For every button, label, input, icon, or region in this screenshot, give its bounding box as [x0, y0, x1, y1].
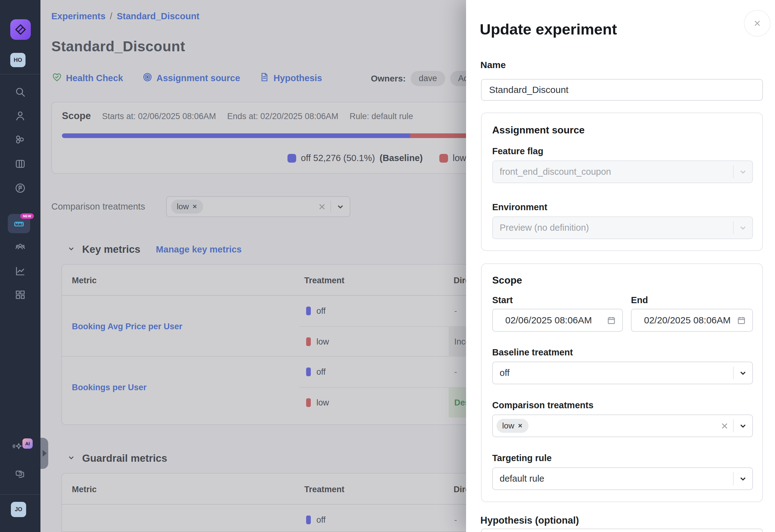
chevron-down-icon[interactable]	[734, 474, 752, 483]
drawer-title: Update experiment	[480, 21, 617, 38]
search-icon[interactable]	[15, 86, 26, 98]
start-date-input[interactable]: 02/06/2025 08:06AM	[492, 309, 623, 332]
col-treatment: Treatment	[304, 485, 344, 494]
assignment-source-heading: Assignment source	[492, 124, 585, 136]
targeting-rule-select[interactable]: default rule	[492, 467, 753, 490]
environment-value: Preview (no definition)	[500, 223, 589, 233]
document-icon	[259, 72, 269, 84]
chart-icon[interactable]	[15, 266, 26, 277]
sidebar-divider	[0, 494, 40, 495]
assignment-source-link[interactable]: Assignment source	[142, 72, 240, 84]
tag-remove-icon[interactable]	[518, 421, 523, 431]
start-date-value: 02/06/2025 08:06AM	[505, 315, 592, 326]
scope-title: Scope	[62, 110, 91, 122]
hypothesis-input[interactable]	[481, 529, 763, 532]
legend-swatch-low	[439, 154, 448, 163]
name-label: Name	[480, 60, 506, 70]
treatment-tag-label: low	[502, 421, 514, 431]
treatment-tag-low[interactable]: low	[171, 200, 203, 214]
end-label: End	[631, 295, 648, 305]
dashboard-icon[interactable]	[15, 289, 26, 300]
collapse-chevron-icon[interactable]	[67, 245, 75, 254]
user-avatar[interactable]: JO	[11, 502, 26, 517]
chevron-down-icon	[734, 224, 752, 232]
owners-label: Owners:	[371, 74, 406, 84]
comparison-treatments-label-drawer: Comparison treatments	[492, 400, 594, 410]
treatment-tag-label: low	[177, 202, 189, 211]
close-button[interactable]	[744, 10, 771, 37]
calendar-icon	[737, 316, 746, 325]
ai-sparkle-icon[interactable]	[12, 441, 23, 452]
team-icon[interactable]	[15, 242, 26, 253]
key-metrics-header: Key metrics Manage key metrics	[67, 243, 242, 255]
select-chevron-icon[interactable]	[331, 202, 350, 211]
chevron-down-icon[interactable]	[734, 369, 752, 377]
guardrail-metrics-title: Guardrail metrics	[82, 452, 167, 464]
metric-link[interactable]: Booking Avg Price per User	[72, 322, 182, 331]
baseline-treatment-value: off	[500, 368, 510, 378]
chevron-right-icon	[43, 450, 47, 457]
update-experiment-drawer: Update experiment Name Standard_Discount…	[466, 0, 775, 532]
legend-item-off: off 52,276 (50.1%) (Baseline)	[287, 153, 423, 163]
scope-rule: Rule: default rule	[350, 112, 413, 121]
legend-item-low: low	[439, 153, 467, 163]
comparison-treatments-select[interactable]: low	[166, 196, 350, 217]
scope-summary-line: Scope Starts at: 02/06/2025 08:06AM Ends…	[62, 110, 413, 122]
treatment-name: off	[316, 306, 326, 316]
app-root: Experiments / Standard_Discount Standard…	[0, 0, 775, 532]
breadcrumb-experiments[interactable]: Experiments	[51, 11, 105, 21]
hypothesis-optional-label: Hypothesis (optional)	[480, 515, 579, 526]
scope-card-drawer: Scope Start End 02/06/2025 08:06AM 02/20…	[481, 263, 763, 502]
name-input[interactable]: Standard_Discount	[481, 79, 763, 101]
comparison-treatments-select-drawer[interactable]: low	[492, 414, 753, 437]
hypothesis-label: Hypothesis	[273, 73, 322, 83]
help-chat-icon[interactable]	[15, 469, 26, 480]
baseline-treatment-select[interactable]: off	[492, 362, 753, 384]
workspace-badge[interactable]: HO	[10, 53, 26, 67]
treatment-color-chip	[306, 337, 311, 346]
hypothesis-link[interactable]: Hypothesis	[259, 72, 322, 84]
chevron-down-icon	[734, 168, 752, 176]
name-input-value: Standard_Discount	[489, 85, 569, 95]
treatment-color-chip	[306, 307, 311, 315]
health-check-link[interactable]: Health Check	[52, 72, 123, 84]
key-metrics-title: Key metrics	[82, 243, 140, 255]
treatment-name: off	[316, 515, 326, 525]
user-icon[interactable]	[15, 110, 26, 121]
sidebar-divider	[0, 74, 40, 74]
col-metric: Metric	[72, 485, 97, 494]
tag-remove-icon[interactable]	[192, 202, 197, 211]
treatment-name: off	[316, 367, 326, 377]
legend-swatch-off	[287, 154, 296, 163]
select-clear-icon[interactable]	[313, 203, 330, 211]
treatment-color-chip	[306, 368, 311, 376]
new-badge: NEW	[20, 213, 34, 219]
treatment-name: low	[316, 337, 329, 347]
assignment-source-card: Assignment source Feature flag front_end…	[481, 113, 763, 251]
end-date-input[interactable]: 02/20/2025 08:06AM	[631, 309, 753, 332]
environment-select[interactable]: Preview (no definition)	[492, 216, 753, 239]
chevron-down-icon[interactable]	[734, 422, 752, 430]
treatment-name: low	[316, 398, 329, 408]
guardrail-metrics-header: Guardrail metrics	[67, 452, 167, 464]
sidebar-collapse-handle[interactable]	[40, 438, 48, 469]
bar-segment-off	[62, 133, 411, 138]
breadcrumb-current[interactable]: Standard_Discount	[117, 11, 199, 21]
metric-link[interactable]: Bookings per User	[72, 383, 146, 392]
heart-check-icon	[52, 72, 62, 84]
manage-key-metrics-link[interactable]: Manage key metrics	[156, 244, 242, 255]
hexagons-icon[interactable]	[15, 134, 26, 146]
flag-circle-icon[interactable]	[15, 183, 26, 194]
feature-flag-label: Feature flag	[492, 146, 543, 156]
columns-icon[interactable]	[15, 158, 26, 169]
owner-chip-dave[interactable]: dave	[411, 71, 445, 86]
targeting-rule-label: Targeting rule	[492, 453, 552, 463]
collapse-chevron-icon[interactable]	[67, 454, 75, 463]
end-date-value: 02/20/2025 08:06AM	[644, 315, 731, 326]
feature-flag-select[interactable]: front_end_discount_coupon	[492, 160, 753, 183]
treatment-tag-low[interactable]: low	[497, 419, 529, 433]
calendar-icon	[607, 316, 616, 325]
select-clear-icon[interactable]	[716, 422, 733, 430]
breadcrumb-separator: /	[110, 11, 112, 21]
eppo-logo[interactable]	[10, 19, 31, 40]
